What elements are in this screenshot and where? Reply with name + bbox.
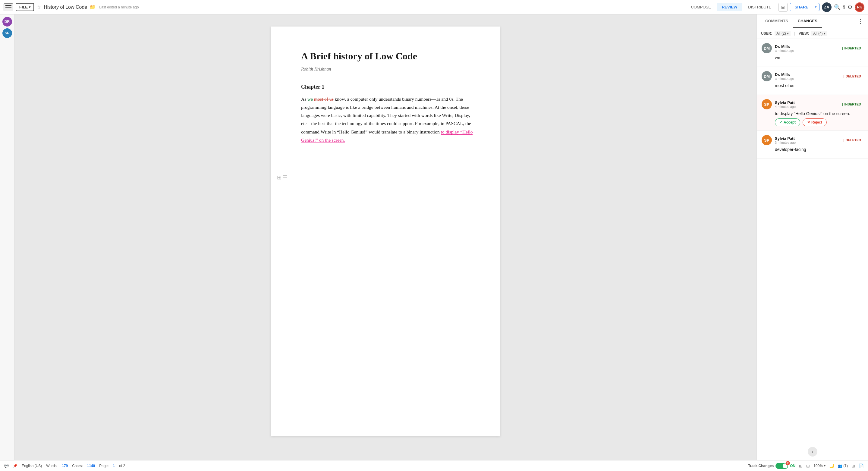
panel-filters: USER: All (2) ▾ | VIEW: All (4) ▾ (757, 28, 868, 39)
list-block-icon[interactable]: ☰ (283, 174, 287, 181)
user-avatar-toolbar[interactable]: ZA (822, 2, 832, 12)
change-content-2: most of us (775, 83, 863, 88)
chars-label: Chars: (72, 464, 83, 468)
mode-buttons: COMPOSE REVIEW DISTRIBUTE (686, 3, 776, 11)
view-filter-chevron: ▾ (824, 31, 826, 36)
changes-list: DM Dr. Mills a minute ago INSERTED we DM (757, 39, 868, 443)
change-user-name-3: Sylvia Patt (775, 100, 837, 105)
view-filter-label: VIEW: (799, 31, 809, 36)
change-meta-2: Dr. Mills a minute ago (775, 72, 838, 81)
zoom-section: 100% ▾ (813, 464, 826, 468)
changes-tab[interactable]: CHANGES (793, 14, 822, 28)
sidebar-user-avatar-2[interactable]: SP (2, 28, 12, 38)
language-label[interactable]: English (US) (22, 464, 42, 468)
menu-button[interactable] (4, 3, 13, 11)
grid-view-icon[interactable]: ⊞ (851, 464, 855, 468)
file-menu-button[interactable]: FILE ▾ (16, 3, 34, 11)
panel-more-button[interactable]: ⋮ (857, 16, 864, 27)
note-icon[interactable]: 📌 (13, 464, 18, 468)
reject-button-3[interactable]: ✕ Reject (803, 119, 827, 126)
change-content-1: we (775, 55, 863, 60)
last-edited-text: Last edited a minute ago (99, 5, 138, 9)
presentation-icon-button[interactable]: ⊞ (778, 3, 787, 12)
review-mode-button[interactable]: REVIEW (717, 3, 742, 11)
block-icons[interactable]: ⊞ ☰ (277, 174, 287, 181)
change-content-4: developer-facing (775, 147, 863, 152)
change-time-4: 3 minutes ago (775, 141, 838, 144)
zoom-value[interactable]: 100% (813, 464, 823, 468)
layout-icon[interactable]: ⊞ (799, 464, 803, 468)
change-actions-3: ✓ Accept ✕ Reject (775, 119, 863, 126)
comments-tab[interactable]: COMMENTS (761, 14, 793, 28)
view-filter-value: All (4) (813, 31, 823, 36)
view-icon[interactable]: ⊟ (806, 464, 810, 468)
add-block-icon[interactable]: ⊞ (277, 174, 281, 181)
change-time-3: 4 minutes ago (775, 105, 837, 108)
deleted-badge-4: DELETED (841, 138, 863, 143)
sidebar-user-avatar-1[interactable]: DR (2, 17, 12, 27)
change-meta-4: Sylvia Patt 3 minutes ago (775, 136, 838, 144)
sylvia-avatar-img-4: SP (762, 135, 772, 145)
checkmark-icon: ✓ (779, 120, 782, 124)
chevron-down-icon: ▾ (29, 5, 30, 9)
zoom-chevron[interactable]: ▾ (824, 464, 826, 467)
change-header-2: DM Dr. Mills a minute ago DELETED (762, 71, 863, 81)
info-icon-button[interactable]: ℹ (843, 4, 845, 10)
users-icon[interactable]: 👥 (1) (838, 464, 848, 468)
track-changes-label: Track Changes (748, 464, 774, 468)
change-meta-3: Sylvia Patt 4 minutes ago (775, 100, 837, 108)
compose-mode-button[interactable]: COMPOSE (686, 3, 715, 11)
page-current: 1 (113, 464, 115, 468)
search-icon-button[interactable]: 🔍 (834, 4, 841, 10)
document-area: ⊞ ☰ A Brief history of Low Code Rohith K… (14, 14, 756, 460)
main-layout: DR SP ⊞ ☰ A Brief history of Low Code Ro… (0, 14, 868, 460)
change-user-name-4: Sylvia Patt (775, 136, 838, 141)
page-total: of 2 (119, 464, 125, 468)
toolbar-right: ⊞ SHARE ▾ ZA 🔍 ℹ ⚙ RK (778, 2, 864, 12)
dark-mode-icon[interactable]: 🌙 (829, 464, 834, 468)
sylvia-avatar-img-3: SP (762, 99, 772, 109)
change-item-1: DM Dr. Mills a minute ago INSERTED we (757, 39, 868, 67)
inserted-text-we: we (307, 96, 313, 101)
inserted-badge-3: INSERTED (840, 102, 863, 107)
change-avatar-mills-1: DM (762, 43, 772, 53)
distribute-mode-button[interactable]: DISTRIBUTE (743, 3, 776, 11)
current-user-avatar[interactable]: RK (855, 2, 864, 12)
file-label: FILE (19, 5, 28, 9)
user-filter-chevron: ▾ (787, 31, 789, 36)
filter-separator: | (794, 31, 795, 36)
words-count: 179 (62, 464, 68, 468)
status-left: 💬 📌 English (US) Words: 179 Chars: 1140 … (4, 464, 125, 468)
share-button-group: SHARE ▾ (790, 3, 819, 11)
share-chevron-button[interactable]: ▾ (812, 4, 819, 10)
right-panel: COMMENTS CHANGES ⋮ USER: All (2) ▾ | VIE… (756, 14, 868, 460)
change-content-3: to display "Hello Genius!" on the screen… (775, 111, 863, 116)
change-user-name-1: Dr. Mills (775, 44, 837, 49)
change-avatar-mills-2: DM (762, 71, 772, 81)
page-view-icon[interactable]: 📄 (859, 464, 864, 468)
status-bar: 💬 📌 English (US) Words: 179 Chars: 1140 … (0, 460, 868, 471)
deleted-text-mostofus: most of us (314, 96, 334, 101)
left-sidebar: DR SP (0, 14, 14, 460)
change-item-3: SP Sylvia Patt 4 minutes ago INSERTED to… (757, 95, 868, 131)
mills-avatar-img-1: DM (762, 43, 772, 53)
user-filter-label: USER: (761, 31, 772, 36)
change-item-2: DM Dr. Mills a minute ago DELETED most o… (757, 67, 868, 95)
favorite-icon[interactable]: ☆ (36, 4, 41, 10)
doc-chapter: Chapter 1 (301, 84, 476, 90)
accept-button-3[interactable]: ✓ Accept (775, 119, 800, 126)
change-user-name-2: Dr. Mills (775, 72, 838, 77)
user-filter-dropdown[interactable]: All (2) ▾ (775, 31, 790, 36)
change-time-1: a minute ago (775, 49, 837, 53)
doc-heading: A Brief history of Low Code (301, 51, 476, 62)
view-filter-dropdown[interactable]: All (4) ▾ (811, 31, 827, 36)
user2-avatar-image: SP (2, 28, 12, 38)
mills-avatar-img-2: DM (762, 71, 772, 81)
words-label: Words: (46, 464, 58, 468)
change-time-2: a minute ago (775, 77, 838, 81)
settings-icon-button[interactable]: ⚙ (847, 4, 852, 10)
scroll-right-button[interactable]: › (808, 447, 817, 457)
chat-icon[interactable]: 💬 (4, 464, 9, 468)
share-main-button[interactable]: SHARE (790, 3, 812, 11)
track-on-text: ON (790, 464, 795, 468)
